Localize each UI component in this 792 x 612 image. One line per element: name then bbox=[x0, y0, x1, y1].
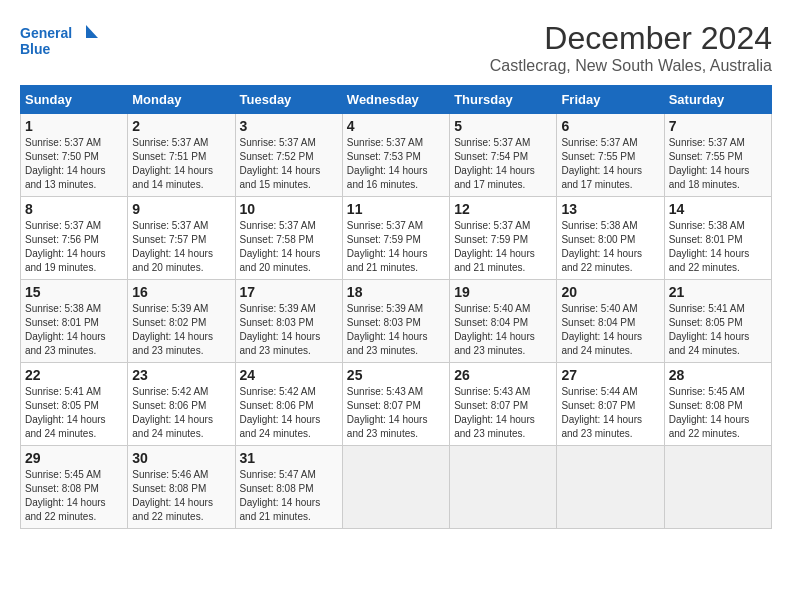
table-row: 3Sunrise: 5:37 AMSunset: 7:52 PMDaylight… bbox=[235, 114, 342, 197]
table-row: 9Sunrise: 5:37 AMSunset: 7:57 PMDaylight… bbox=[128, 197, 235, 280]
table-row: 13Sunrise: 5:38 AMSunset: 8:00 PMDayligh… bbox=[557, 197, 664, 280]
col-thursday: Thursday bbox=[450, 86, 557, 114]
table-row: 8Sunrise: 5:37 AMSunset: 7:56 PMDaylight… bbox=[21, 197, 128, 280]
svg-text:General: General bbox=[20, 25, 72, 41]
logo: General Blue bbox=[20, 20, 100, 65]
table-row: 14Sunrise: 5:38 AMSunset: 8:01 PMDayligh… bbox=[664, 197, 771, 280]
col-wednesday: Wednesday bbox=[342, 86, 449, 114]
table-row: 30Sunrise: 5:46 AMSunset: 8:08 PMDayligh… bbox=[128, 446, 235, 529]
col-friday: Friday bbox=[557, 86, 664, 114]
calendar-table: Sunday Monday Tuesday Wednesday Thursday… bbox=[20, 85, 772, 529]
page-header: General Blue December 2024 Castlecrag, N… bbox=[20, 20, 772, 75]
svg-marker-2 bbox=[86, 25, 98, 38]
title-section: December 2024 Castlecrag, New South Wale… bbox=[490, 20, 772, 75]
col-tuesday: Tuesday bbox=[235, 86, 342, 114]
table-row: 24Sunrise: 5:42 AMSunset: 8:06 PMDayligh… bbox=[235, 363, 342, 446]
table-row: 19Sunrise: 5:40 AMSunset: 8:04 PMDayligh… bbox=[450, 280, 557, 363]
table-row bbox=[664, 446, 771, 529]
header-row: Sunday Monday Tuesday Wednesday Thursday… bbox=[21, 86, 772, 114]
table-row: 4Sunrise: 5:37 AMSunset: 7:53 PMDaylight… bbox=[342, 114, 449, 197]
col-sunday: Sunday bbox=[21, 86, 128, 114]
svg-text:Blue: Blue bbox=[20, 41, 51, 57]
table-row: 16Sunrise: 5:39 AMSunset: 8:02 PMDayligh… bbox=[128, 280, 235, 363]
table-row bbox=[342, 446, 449, 529]
table-row: 17Sunrise: 5:39 AMSunset: 8:03 PMDayligh… bbox=[235, 280, 342, 363]
col-saturday: Saturday bbox=[664, 86, 771, 114]
table-row: 26Sunrise: 5:43 AMSunset: 8:07 PMDayligh… bbox=[450, 363, 557, 446]
table-row: 23Sunrise: 5:42 AMSunset: 8:06 PMDayligh… bbox=[128, 363, 235, 446]
table-row: 2Sunrise: 5:37 AMSunset: 7:51 PMDaylight… bbox=[128, 114, 235, 197]
table-row bbox=[450, 446, 557, 529]
table-row: 20Sunrise: 5:40 AMSunset: 8:04 PMDayligh… bbox=[557, 280, 664, 363]
table-row bbox=[557, 446, 664, 529]
subtitle: Castlecrag, New South Wales, Australia bbox=[490, 57, 772, 75]
table-row: 31Sunrise: 5:47 AMSunset: 8:08 PMDayligh… bbox=[235, 446, 342, 529]
table-row: 12Sunrise: 5:37 AMSunset: 7:59 PMDayligh… bbox=[450, 197, 557, 280]
table-row: 11Sunrise: 5:37 AMSunset: 7:59 PMDayligh… bbox=[342, 197, 449, 280]
table-row: 25Sunrise: 5:43 AMSunset: 8:07 PMDayligh… bbox=[342, 363, 449, 446]
table-row: 7Sunrise: 5:37 AMSunset: 7:55 PMDaylight… bbox=[664, 114, 771, 197]
main-title: December 2024 bbox=[490, 20, 772, 57]
table-row: 28Sunrise: 5:45 AMSunset: 8:08 PMDayligh… bbox=[664, 363, 771, 446]
table-row: 1Sunrise: 5:37 AMSunset: 7:50 PMDaylight… bbox=[21, 114, 128, 197]
logo-svg: General Blue bbox=[20, 20, 100, 65]
table-row: 10Sunrise: 5:37 AMSunset: 7:58 PMDayligh… bbox=[235, 197, 342, 280]
table-row: 5Sunrise: 5:37 AMSunset: 7:54 PMDaylight… bbox=[450, 114, 557, 197]
col-monday: Monday bbox=[128, 86, 235, 114]
table-row: 22Sunrise: 5:41 AMSunset: 8:05 PMDayligh… bbox=[21, 363, 128, 446]
table-row: 27Sunrise: 5:44 AMSunset: 8:07 PMDayligh… bbox=[557, 363, 664, 446]
table-row: 18Sunrise: 5:39 AMSunset: 8:03 PMDayligh… bbox=[342, 280, 449, 363]
table-row: 6Sunrise: 5:37 AMSunset: 7:55 PMDaylight… bbox=[557, 114, 664, 197]
table-row: 21Sunrise: 5:41 AMSunset: 8:05 PMDayligh… bbox=[664, 280, 771, 363]
table-row: 15Sunrise: 5:38 AMSunset: 8:01 PMDayligh… bbox=[21, 280, 128, 363]
table-row: 29Sunrise: 5:45 AMSunset: 8:08 PMDayligh… bbox=[21, 446, 128, 529]
